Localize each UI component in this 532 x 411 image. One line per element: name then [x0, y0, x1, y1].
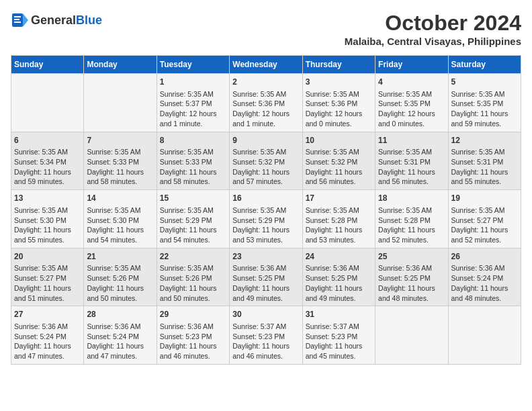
- day-info: and 47 minutes.: [14, 351, 81, 361]
- day-info: and 55 minutes.: [451, 177, 518, 187]
- day-info: and 59 minutes.: [14, 177, 81, 187]
- day-info: Daylight: 11 hours: [87, 341, 153, 351]
- day-info: and 57 minutes.: [232, 177, 299, 187]
- page-header: GeneralBlue October 2024 Malaiba, Centra…: [11, 11, 521, 47]
- svg-rect-2: [14, 16, 21, 17]
- calendar-header-row: SundayMondayTuesdayWednesdayThursdayFrid…: [11, 56, 521, 74]
- calendar-cell: 11Sunrise: 5:35 AMSunset: 5:31 PMDayligh…: [375, 132, 448, 190]
- day-info: Daylight: 11 hours: [14, 225, 81, 235]
- day-number: 30: [232, 309, 299, 320]
- day-info: Sunset: 5:29 PM: [160, 216, 226, 226]
- day-info: Sunrise: 5:35 AM: [87, 205, 153, 216]
- logo-general-text: General: [31, 13, 76, 27]
- day-info: and 56 minutes.: [306, 177, 372, 187]
- day-info: Sunset: 5:30 PM: [14, 216, 81, 226]
- day-info: Sunset: 5:35 PM: [451, 99, 518, 109]
- calendar-cell: 25Sunrise: 5:36 AMSunset: 5:25 PMDayligh…: [375, 248, 448, 306]
- day-number: 6: [14, 135, 81, 146]
- day-info: Daylight: 11 hours: [378, 225, 445, 235]
- calendar-week-row: 27Sunrise: 5:36 AMSunset: 5:24 PMDayligh…: [11, 306, 521, 365]
- calendar-week-row: 1Sunrise: 5:35 AMSunset: 5:37 PMDaylight…: [11, 74, 521, 132]
- day-info: Sunrise: 5:35 AM: [232, 89, 299, 99]
- month-title: October 2024: [345, 11, 521, 36]
- day-number: 29: [160, 309, 226, 320]
- day-info: Sunrise: 5:35 AM: [306, 89, 372, 99]
- header-saturday: Saturday: [448, 56, 521, 74]
- day-info: Daylight: 11 hours: [160, 283, 226, 293]
- day-info: Sunset: 5:35 PM: [378, 99, 445, 109]
- day-info: Daylight: 12 hours: [306, 109, 372, 119]
- calendar-cell: 6Sunrise: 5:35 AMSunset: 5:34 PMDaylight…: [11, 132, 84, 190]
- calendar-cell: 8Sunrise: 5:35 AMSunset: 5:33 PMDaylight…: [157, 132, 229, 190]
- day-number: 17: [306, 193, 372, 204]
- day-info: Daylight: 11 hours: [160, 341, 226, 351]
- day-info: Sunset: 5:23 PM: [160, 332, 226, 342]
- day-info: Daylight: 11 hours: [14, 341, 81, 351]
- day-info: Daylight: 11 hours: [87, 283, 153, 293]
- day-info: and 52 minutes.: [451, 235, 518, 245]
- day-info: and 48 minutes.: [378, 293, 445, 304]
- day-info: and 55 minutes.: [14, 235, 81, 245]
- day-info: Sunset: 5:31 PM: [451, 157, 518, 167]
- day-info: Sunrise: 5:35 AM: [87, 147, 153, 157]
- day-info: Sunrise: 5:35 AM: [378, 147, 445, 157]
- calendar-cell: 21Sunrise: 5:35 AMSunset: 5:26 PMDayligh…: [84, 248, 157, 306]
- calendar-cell: 15Sunrise: 5:35 AMSunset: 5:29 PMDayligh…: [157, 190, 229, 248]
- day-info: Daylight: 11 hours: [378, 283, 445, 293]
- calendar-cell: 28Sunrise: 5:36 AMSunset: 5:24 PMDayligh…: [84, 306, 157, 365]
- svg-rect-4: [14, 21, 21, 23]
- day-info: Sunrise: 5:35 AM: [378, 89, 445, 99]
- day-info: Sunrise: 5:37 AM: [306, 322, 372, 332]
- day-info: Sunrise: 5:35 AM: [451, 147, 518, 157]
- day-info: Sunrise: 5:35 AM: [160, 147, 226, 157]
- day-info: and 47 minutes.: [87, 351, 153, 361]
- day-number: 13: [14, 193, 81, 204]
- day-info: and 48 minutes.: [451, 293, 518, 304]
- day-info: Sunset: 5:34 PM: [14, 157, 81, 167]
- day-info: Sunset: 5:26 PM: [87, 273, 153, 283]
- header-wednesday: Wednesday: [230, 56, 302, 74]
- logo: GeneralBlue: [11, 11, 102, 30]
- day-info: Sunrise: 5:35 AM: [306, 205, 372, 216]
- calendar-cell: [11, 74, 84, 132]
- day-info: Sunrise: 5:35 AM: [14, 263, 81, 273]
- header-friday: Friday: [375, 56, 448, 74]
- calendar-cell: 9Sunrise: 5:35 AMSunset: 5:32 PMDaylight…: [230, 132, 302, 190]
- calendar-cell: 3Sunrise: 5:35 AMSunset: 5:36 PMDaylight…: [302, 74, 375, 132]
- day-number: 25: [378, 251, 445, 263]
- calendar-cell: 22Sunrise: 5:35 AMSunset: 5:26 PMDayligh…: [157, 248, 229, 306]
- calendar-cell: 29Sunrise: 5:36 AMSunset: 5:23 PMDayligh…: [157, 306, 229, 365]
- day-info: Sunrise: 5:35 AM: [232, 205, 299, 216]
- day-info: Daylight: 11 hours: [160, 225, 226, 235]
- day-info: and 51 minutes.: [14, 293, 81, 304]
- day-number: 22: [160, 251, 226, 263]
- calendar-cell: 19Sunrise: 5:35 AMSunset: 5:27 PMDayligh…: [448, 190, 521, 248]
- day-info: Sunset: 5:33 PM: [87, 157, 153, 167]
- day-info: and 54 minutes.: [87, 235, 153, 245]
- day-info: Sunset: 5:23 PM: [232, 332, 299, 342]
- day-info: Daylight: 11 hours: [87, 167, 153, 177]
- day-number: 7: [87, 135, 153, 146]
- day-info: Sunrise: 5:35 AM: [87, 263, 153, 273]
- day-info: Daylight: 11 hours: [14, 167, 81, 177]
- day-info: Sunset: 5:25 PM: [378, 273, 445, 283]
- day-info: Sunset: 5:27 PM: [451, 216, 518, 226]
- day-info: Sunrise: 5:37 AM: [232, 322, 299, 332]
- day-number: 20: [14, 251, 81, 263]
- calendar-cell: 18Sunrise: 5:35 AMSunset: 5:28 PMDayligh…: [375, 190, 448, 248]
- day-number: 12: [451, 135, 518, 146]
- day-info: Sunrise: 5:36 AM: [87, 322, 153, 332]
- day-info: Sunset: 5:33 PM: [160, 157, 226, 167]
- calendar-cell: 13Sunrise: 5:35 AMSunset: 5:30 PMDayligh…: [11, 190, 84, 248]
- day-info: Sunrise: 5:35 AM: [160, 205, 226, 216]
- day-info: Sunrise: 5:35 AM: [160, 89, 226, 99]
- day-info: Daylight: 11 hours: [232, 283, 299, 293]
- day-number: 19: [451, 193, 518, 204]
- day-info: Daylight: 11 hours: [451, 109, 518, 119]
- day-info: and 46 minutes.: [232, 351, 299, 361]
- calendar-cell: 17Sunrise: 5:35 AMSunset: 5:28 PMDayligh…: [302, 190, 375, 248]
- day-info: Daylight: 11 hours: [378, 167, 445, 177]
- day-info: and 0 minutes.: [306, 119, 372, 129]
- day-info: and 53 minutes.: [232, 235, 299, 245]
- day-number: 14: [87, 193, 153, 204]
